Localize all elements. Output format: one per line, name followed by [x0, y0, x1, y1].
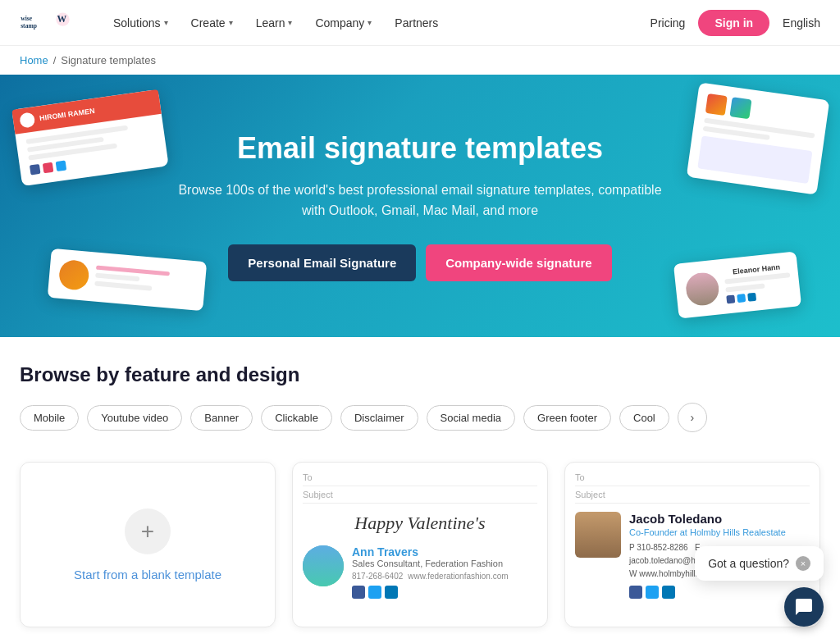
filter-green-footer[interactable]: Green footer — [523, 405, 611, 431]
valentine-phone: 817-268-6402 — [352, 572, 403, 581]
filter-next-button[interactable]: › — [678, 403, 707, 432]
navbar: wise stamp W Solutions ▾ Create ▾ Learn … — [0, 0, 840, 46]
hero-mock-card-r2: Eleanor Hann — [673, 251, 801, 318]
facebook-icon — [352, 586, 365, 599]
browse-section: Browse by feature and design Mobile Yout… — [0, 337, 840, 445]
valentine-card-inner: To Subject Happy Valentine's Ann Travers… — [293, 463, 547, 609]
chat-widget: Got a question? × — [695, 546, 824, 627]
nav-partners[interactable]: Partners — [385, 11, 448, 34]
chat-icon — [794, 597, 814, 617]
add-template-button[interactable]: + — [125, 508, 171, 554]
chevron-down-icon: ▾ — [288, 18, 292, 27]
svg-text:stamp: stamp — [21, 22, 37, 30]
filter-banner[interactable]: Banner — [190, 405, 253, 431]
nav-learn[interactable]: Learn ▾ — [246, 11, 303, 34]
nav-right: Pricing Sign in English — [651, 10, 820, 36]
valentine-social-icons — [352, 586, 509, 599]
valentine-website: www.federationfashion.com — [408, 572, 508, 581]
hero-mock-card-r1 — [687, 82, 830, 194]
breadcrumb-current: Signature templates — [61, 54, 156, 66]
jacob-linkedin-icon — [662, 586, 675, 599]
breadcrumb-separator: / — [53, 54, 57, 66]
valentine-greeting: Happy Valentine's — [303, 512, 537, 536]
nav-pricing[interactable]: Pricing — [651, 16, 686, 30]
breadcrumb-home[interactable]: Home — [20, 54, 48, 66]
company-signature-button[interactable]: Company-wide signature — [426, 244, 611, 281]
signin-button[interactable]: Sign in — [698, 10, 769, 36]
hero-title: Email signature templates — [174, 130, 666, 166]
jacob-twitter-icon — [646, 586, 659, 599]
chevron-down-icon: ▾ — [229, 18, 233, 27]
hero-content: Email signature templates Browse 100s of… — [174, 130, 666, 280]
blank-template-label: Start from a blank template — [74, 568, 221, 581]
nav-links: Solutions ▾ Create ▾ Learn ▾ Company ▾ P… — [103, 11, 651, 34]
filter-disclaimer[interactable]: Disclaimer — [340, 405, 418, 431]
valentine-info: Ann Travers Sales Consultant, Federation… — [352, 545, 509, 599]
svg-text:wise: wise — [21, 14, 33, 21]
nav-company[interactable]: Company ▾ — [305, 11, 381, 34]
jacob-avatar — [575, 512, 621, 558]
filter-mobile[interactable]: Mobile — [20, 405, 79, 431]
svg-text:W: W — [57, 14, 67, 25]
chat-popup-text: Got a question? — [708, 557, 789, 570]
browse-title: Browse by feature and design — [20, 363, 820, 386]
jacob-title: Co-Founder at Holmby Hills Realestate — [629, 527, 810, 537]
jacob-subject: Subject — [575, 490, 810, 504]
valentine-to: To — [303, 472, 537, 486]
valentine-contact: 817-268-6402 www.federationfashion.com — [352, 572, 509, 581]
logo[interactable]: wise stamp W — [20, 7, 77, 39]
filter-clickable[interactable]: Clickable — [261, 405, 332, 431]
jacob-name: Jacob Toledano — [629, 512, 810, 526]
blank-template-card: + Start from a blank template — [20, 462, 276, 627]
filter-social[interactable]: Social media — [427, 405, 515, 431]
chevron-down-icon: ▾ — [164, 18, 168, 27]
linkedin-icon — [385, 586, 398, 599]
valentine-avatar — [303, 545, 344, 586]
chat-popup: Got a question? × — [695, 546, 824, 581]
personal-signature-button[interactable]: Personal Email Signature — [228, 244, 416, 281]
nav-solutions[interactable]: Solutions ▾ — [103, 11, 178, 34]
hero-mock-card-1: HIROMI RAMEN — [11, 89, 168, 186]
hero-buttons: Personal Email Signature Company-wide si… — [174, 244, 666, 281]
nav-create[interactable]: Create ▾ — [181, 11, 243, 34]
chevron-down-icon: ▾ — [368, 18, 372, 27]
jacob-facebook-icon — [629, 586, 642, 599]
breadcrumb: Home / Signature templates — [0, 46, 840, 75]
chat-open-button[interactable] — [784, 587, 824, 627]
filter-tags: Mobile Youtube video Banner Clickable Di… — [20, 403, 820, 432]
hero-section: HIROMI RAMEN — [0, 75, 840, 337]
hero-description: Browse 100s of the world's best professi… — [174, 180, 666, 221]
blank-card-content: + Start from a blank template — [21, 463, 275, 627]
twitter-icon — [368, 586, 381, 599]
chat-close-button[interactable]: × — [796, 556, 810, 571]
valentine-subject: Subject — [303, 490, 537, 504]
valentine-role: Sales Consultant, Federation Fashion — [352, 559, 509, 568]
language-selector[interactable]: English — [783, 16, 820, 30]
valentine-template-card[interactable]: To Subject Happy Valentine's Ann Travers… — [292, 462, 548, 627]
valentine-signature: Ann Travers Sales Consultant, Federation… — [303, 545, 537, 599]
filter-cool[interactable]: Cool — [619, 405, 669, 431]
jacob-to: To — [575, 472, 810, 486]
valentine-name: Ann Travers — [352, 545, 509, 559]
filter-youtube[interactable]: Youtube video — [87, 405, 182, 431]
